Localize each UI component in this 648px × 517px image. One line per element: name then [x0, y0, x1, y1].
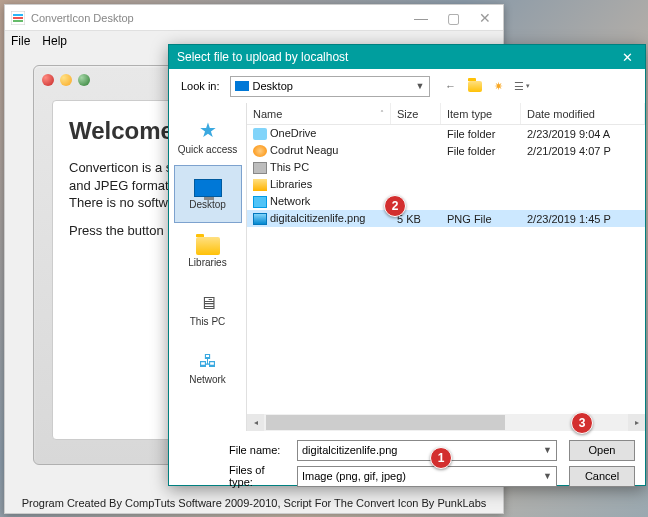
- place-network[interactable]: 🖧 Network: [174, 339, 242, 397]
- chevron-down-icon[interactable]: ▼: [543, 445, 552, 455]
- maximize-button[interactable]: ▢: [441, 10, 465, 26]
- cloud-icon: [253, 128, 267, 140]
- libraries-icon: [253, 179, 267, 191]
- main-titlebar[interactable]: ConvertIcon Desktop — ▢ ✕: [5, 5, 503, 31]
- scroll-right-icon[interactable]: ▸: [628, 414, 645, 431]
- chevron-down-icon[interactable]: ▼: [543, 471, 552, 481]
- dialog-toolbar: Look in: Desktop ▼ ← ✷ ☰▾: [169, 69, 645, 103]
- menu-file[interactable]: File: [11, 34, 30, 48]
- file-rows: OneDrive File folder 2/23/2019 9:04 A Co…: [247, 125, 645, 414]
- callout-1: 1: [430, 447, 452, 469]
- pc-icon: 🖥: [199, 293, 217, 314]
- file-name-input[interactable]: digitalcitizenlife.png ▼: [297, 440, 557, 461]
- cancel-button[interactable]: Cancel: [569, 466, 635, 487]
- file-type-label: Files of type:: [179, 464, 291, 488]
- dialog-close-button[interactable]: ✕: [617, 50, 637, 65]
- svg-rect-3: [13, 20, 23, 22]
- place-label: Desktop: [189, 199, 226, 210]
- scroll-thumb[interactable]: [266, 415, 505, 430]
- place-label: Quick access: [178, 144, 237, 155]
- table-row[interactable]: Codrut Neagu File folder 2/21/2019 4:07 …: [247, 142, 645, 159]
- app-icon: [11, 11, 25, 25]
- network-icon: 🖧: [199, 351, 217, 372]
- place-quick-access[interactable]: ★ Quick access: [174, 107, 242, 165]
- image-file-icon: [253, 213, 267, 225]
- callout-3: 3: [571, 412, 593, 434]
- svg-rect-1: [13, 14, 23, 16]
- back-button[interactable]: ←: [442, 77, 460, 95]
- place-desktop[interactable]: Desktop: [174, 165, 242, 223]
- file-name-value: digitalcitizenlife.png: [302, 444, 397, 456]
- look-in-combo[interactable]: Desktop ▼: [230, 76, 430, 97]
- table-row[interactable]: This PC: [247, 159, 645, 176]
- col-date[interactable]: Date modified: [521, 103, 645, 124]
- place-label: Network: [189, 374, 226, 385]
- place-libraries[interactable]: Libraries: [174, 223, 242, 281]
- places-bar: ★ Quick access Desktop Libraries 🖥 This …: [169, 103, 247, 431]
- col-name[interactable]: Name˄: [247, 103, 391, 124]
- close-button[interactable]: ✕: [473, 10, 497, 26]
- dialog-title: Select file to upload by localhost: [177, 50, 348, 64]
- table-row[interactable]: Libraries: [247, 176, 645, 193]
- sort-caret-icon: ˄: [380, 109, 384, 118]
- file-list-area: Name˄ Size Item type Date modified OneDr…: [247, 103, 645, 431]
- column-headers: Name˄ Size Item type Date modified: [247, 103, 645, 125]
- network-icon: [253, 196, 267, 208]
- place-label: Libraries: [188, 257, 226, 268]
- menu-help[interactable]: Help: [42, 34, 67, 48]
- up-one-level-button[interactable]: [466, 77, 484, 95]
- open-button[interactable]: Open: [569, 440, 635, 461]
- folder-icon: [196, 237, 220, 255]
- place-this-pc[interactable]: 🖥 This PC: [174, 281, 242, 339]
- look-in-label: Look in:: [181, 80, 220, 92]
- user-icon: [253, 145, 267, 157]
- file-type-combo[interactable]: Image (png, gif, jpeg) ▼: [297, 466, 557, 487]
- table-row[interactable]: OneDrive File folder 2/23/2019 9:04 A: [247, 125, 645, 142]
- place-label: This PC: [190, 316, 226, 327]
- main-title: ConvertIcon Desktop: [31, 12, 134, 24]
- inner-minimize-icon[interactable]: [60, 74, 72, 86]
- look-in-value: Desktop: [253, 80, 293, 92]
- footer-text: Program Created By CompTuts Software 200…: [5, 497, 503, 509]
- table-row[interactable]: Network: [247, 193, 645, 210]
- pc-icon: [253, 162, 267, 174]
- table-row-selected[interactable]: digitalcitizenlife.png 5 KB PNG File 2/2…: [247, 210, 645, 227]
- chevron-down-icon: ▼: [416, 81, 425, 91]
- scroll-left-icon[interactable]: ◂: [247, 414, 264, 431]
- views-button[interactable]: ☰▾: [514, 77, 532, 95]
- col-type[interactable]: Item type: [441, 103, 521, 124]
- dialog-titlebar[interactable]: Select file to upload by localhost ✕: [169, 45, 645, 69]
- inner-zoom-icon[interactable]: [78, 74, 90, 86]
- minimize-button[interactable]: —: [409, 10, 433, 26]
- star-icon: ★: [199, 118, 217, 142]
- new-folder-button[interactable]: ✷: [490, 77, 508, 95]
- file-name-label: File name:: [179, 444, 291, 456]
- desktop-icon: [235, 81, 249, 91]
- col-size[interactable]: Size: [391, 103, 441, 124]
- callout-2: 2: [384, 195, 406, 217]
- file-type-value: Image (png, gif, jpeg): [302, 470, 406, 482]
- inner-close-icon[interactable]: [42, 74, 54, 86]
- dialog-bottom: File name: digitalcitizenlife.png ▼ Open…: [169, 431, 645, 495]
- monitor-icon: [194, 179, 222, 197]
- svg-rect-2: [13, 17, 23, 19]
